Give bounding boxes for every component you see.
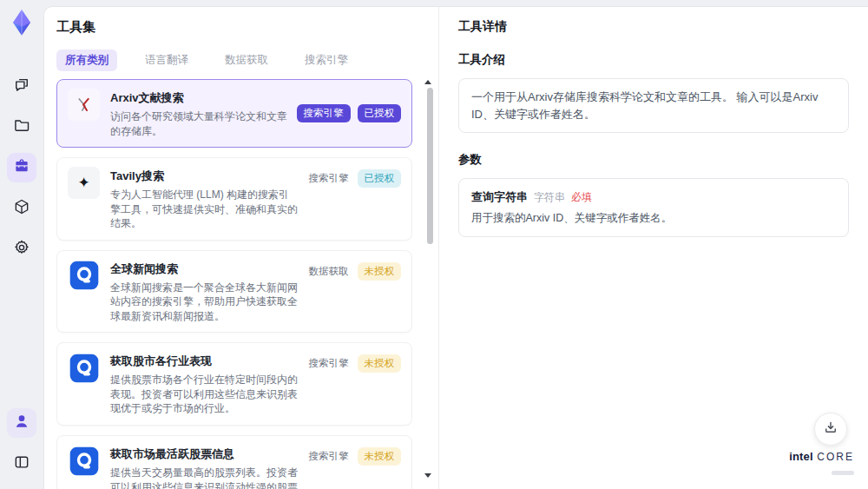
auth-status-badge: 未授权	[358, 262, 402, 281]
brand-subline	[832, 471, 854, 475]
folder-icon	[13, 116, 30, 137]
tool-name: Tavily搜索	[110, 169, 299, 184]
list-item[interactable]: 获取市场最活跃股票信息 提供当天交易量最高的股票列表。投资者可以利用这些信息来识…	[56, 435, 412, 489]
param-desc: 用于搜索的Arxiv ID、关键字或作者姓名。	[471, 211, 836, 226]
scrollbar-down-arrow[interactable]	[424, 473, 431, 478]
scrollbar-up-arrow[interactable]	[424, 80, 431, 84]
brand-intel: intel	[789, 450, 813, 463]
active-stocks-logo-icon	[68, 445, 100, 477]
tool-name: Arxiv文献搜索	[110, 90, 288, 106]
param-required-badge: 必填	[571, 190, 592, 205]
tool-description: 提供当天交易量最高的股票列表。投资者可以利用这些信息来识别流动性强的股票和潜在的…	[110, 466, 299, 489]
sidebar-item-chat[interactable]	[7, 71, 36, 101]
param-card: 查询字符串 字符串 必填 用于搜索的Arxiv ID、关键字或作者姓名。	[458, 178, 849, 237]
user-icon	[13, 413, 30, 433]
cube-icon	[13, 198, 30, 219]
sidebar-item-packages[interactable]	[7, 194, 36, 223]
detail-title: 工具详情	[458, 19, 849, 35]
auth-status-badge: 已授权	[358, 104, 402, 122]
tool-detail-pane: 工具详情 工具介绍 一个用于从Arxiv存储库搜索科学论文和文章的工具。 输入可…	[439, 7, 868, 489]
main-surface: 工具集 所有类别语言翻译数据获取搜索引擎 Arxiv文献搜索 访问各个研究领域大…	[43, 6, 868, 489]
scrollbar-thumb[interactable]	[427, 88, 433, 244]
category-tab[interactable]: 数据获取	[216, 50, 277, 71]
tool-description: 专为人工智能代理 (LLM) 构建的搜索引擎工具，可快速提供实时、准确和真实的结…	[110, 188, 299, 231]
category-tab[interactable]: 语言翻译	[136, 50, 197, 71]
param-name: 查询字符串	[471, 189, 528, 205]
download-button[interactable]	[814, 413, 847, 446]
tool-description: 访问各个研究领域大量科学论文和文章的存储库。	[110, 109, 288, 138]
toolbox-icon	[13, 157, 30, 178]
intro-heading: 工具介绍	[458, 52, 849, 68]
intel-core-logo: intel CORE	[789, 449, 854, 479]
tool-name: 获取市场最活跃股票信息	[110, 446, 299, 462]
download-icon	[823, 420, 838, 439]
tool-name: 全球新闻搜索	[110, 261, 299, 277]
tool-name: 获取股市各行业表现	[110, 354, 299, 369]
tool-list: Arxiv文献搜索 访问各个研究领域大量科学论文和文章的存储库。 搜索引擎 已授…	[56, 79, 412, 489]
category-badge: 数据获取	[307, 262, 351, 281]
auth-status-badge: 已授权	[358, 169, 402, 188]
list-item[interactable]: 获取股市各行业表现 提供股票市场各个行业在特定时间段内的表现。投资者可以利用这些…	[56, 342, 412, 426]
category-badge: 搜索引擎	[307, 169, 351, 188]
category-tabs: 所有类别语言翻译数据获取搜索引擎	[56, 50, 412, 71]
brand-core: CORE	[817, 451, 854, 463]
list-item[interactable]: 全球新闻搜索 全球新闻搜索是一个聚合全球各大新闻网站内容的搜索引擎，帮助用户快速…	[56, 250, 412, 334]
sidebar-item-collapse[interactable]	[7, 449, 36, 479]
category-tab[interactable]: 所有类别	[56, 50, 117, 71]
sidebar-item-account[interactable]	[7, 408, 36, 438]
category-badge: 搜索引擎	[297, 104, 351, 122]
app-sidebar	[0, 0, 43, 489]
auth-status-badge: 未授权	[358, 354, 402, 373]
sidebar-item-tools[interactable]	[7, 153, 36, 182]
arxiv-logo-icon	[68, 89, 100, 121]
tool-list-pane: 工具集 所有类别语言翻译数据获取搜索引擎 Arxiv文献搜索 访问各个研究领域大…	[44, 7, 439, 489]
intro-box: 一个用于从Arxiv存储库搜索科学论文和文章的工具。 输入可以是Arxiv ID…	[458, 78, 849, 133]
panel-layout-icon	[13, 453, 30, 474]
chat-icon	[13, 76, 30, 96]
category-badge: 搜索引擎	[307, 354, 351, 373]
tool-description: 提供股票市场各个行业在特定时间段内的表现。投资者可以利用这些信息来识别表现优于或…	[110, 373, 299, 416]
news-search-logo-icon	[68, 260, 100, 292]
list-item[interactable]: ✦ Tavily搜索 专为人工智能代理 (LLM) 构建的搜索引擎工具，可快速提…	[56, 157, 412, 241]
tavily-star-icon: ✦	[68, 167, 100, 199]
auth-status-badge: 未授权	[358, 447, 402, 466]
gear-icon	[13, 239, 30, 260]
list-item[interactable]: Arxiv文献搜索 访问各个研究领域大量科学论文和文章的存储库。 搜索引擎 已授…	[56, 79, 412, 148]
param-type: 字符串	[534, 190, 565, 205]
stock-sector-logo-icon	[68, 352, 100, 384]
app-logo	[8, 9, 36, 36]
sidebar-item-settings[interactable]	[7, 235, 36, 264]
page-title: 工具集	[56, 19, 412, 36]
params-heading: 参数	[458, 152, 849, 168]
sidebar-item-files[interactable]	[7, 112, 36, 142]
tool-description: 全球新闻搜索是一个聚合全球各大新闻网站内容的搜索引擎，帮助用户快速获取全球最新资…	[110, 281, 299, 324]
category-tab[interactable]: 搜索引擎	[296, 50, 357, 71]
category-badge: 搜索引擎	[307, 447, 351, 466]
